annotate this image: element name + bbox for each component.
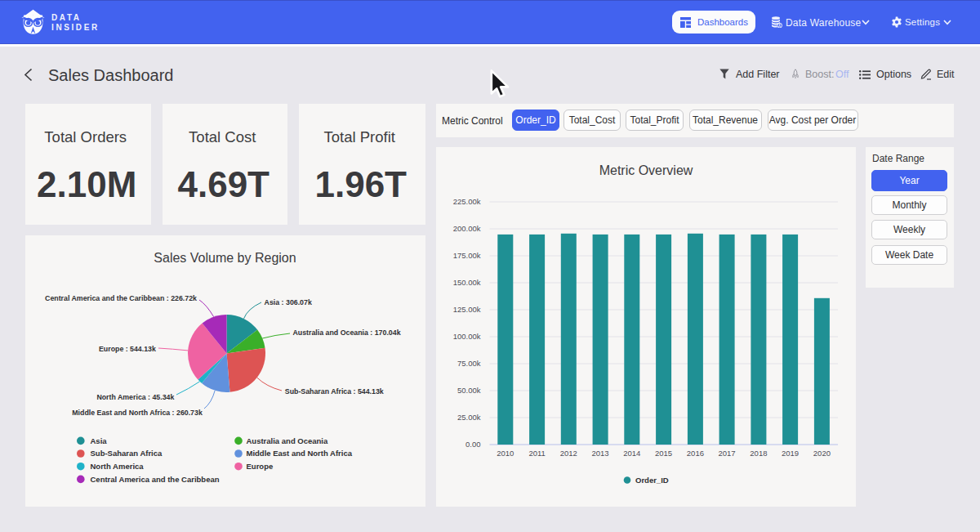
svg-text:Middle East and North Africa :: Middle East and North Africa : 260.73k	[72, 409, 203, 417]
svg-text:2011: 2011	[528, 449, 545, 458]
svg-text:Middle East and North Africa: Middle East and North Africa	[247, 449, 353, 458]
svg-text:25.00k: 25.00k	[457, 413, 481, 422]
svg-text:Asia: Asia	[91, 436, 108, 445]
svg-text:Sub-Saharan Africa : 544.13k: Sub-Saharan Africa : 544.13k	[285, 387, 384, 396]
svg-text:2012: 2012	[560, 449, 577, 458]
svg-text:Asia : 306.07k: Asia : 306.07k	[265, 298, 312, 306]
svg-text:North America: North America	[91, 462, 145, 471]
svg-text:North America : 45.34k: North America : 45.34k	[96, 393, 174, 401]
svg-text:Europe : 544.13k: Europe : 544.13k	[99, 345, 156, 353]
svg-text:50.00k: 50.00k	[457, 386, 481, 395]
svg-text:Order_ID: Order_ID	[635, 476, 669, 485]
svg-text:2020: 2020	[813, 449, 831, 458]
svg-text:Central America and the Caribb: Central America and the Caribbean : 226.…	[45, 294, 197, 302]
svg-text:Europe: Europe	[247, 462, 274, 471]
svg-text:225.00k: 225.00k	[453, 197, 481, 206]
svg-text:2017: 2017	[719, 449, 736, 458]
svg-text:0.00: 0.00	[466, 440, 481, 449]
svg-text:2016: 2016	[687, 449, 704, 458]
svg-text:150.00k: 150.00k	[453, 278, 481, 287]
svg-text:Australia and Oceania: Australia and Oceania	[247, 436, 329, 445]
svg-text:2013: 2013	[592, 449, 609, 458]
svg-text:Sub-Saharan Africa: Sub-Saharan Africa	[91, 449, 163, 458]
svg-text:2019: 2019	[782, 449, 799, 458]
svg-text:2014: 2014	[623, 449, 640, 458]
svg-text:Australia and Oceania : 170.04: Australia and Oceania : 170.04k	[293, 329, 401, 337]
svg-text:2018: 2018	[750, 449, 767, 458]
svg-text:175.00k: 175.00k	[453, 251, 481, 260]
svg-text:Sales Volume by Region: Sales Volume by Region	[154, 251, 296, 265]
svg-text:Central America and the Caribb: Central America and the Caribbean	[91, 475, 220, 484]
svg-text:75.00k: 75.00k	[457, 359, 481, 368]
svg-text:125.00k: 125.00k	[453, 305, 481, 314]
svg-text:100.00k: 100.00k	[453, 332, 481, 341]
svg-text:2015: 2015	[655, 449, 672, 458]
svg-text:2010: 2010	[497, 449, 514, 458]
svg-text:200.00k: 200.00k	[453, 224, 481, 233]
svg-text:Metric Overview: Metric Overview	[599, 163, 693, 177]
